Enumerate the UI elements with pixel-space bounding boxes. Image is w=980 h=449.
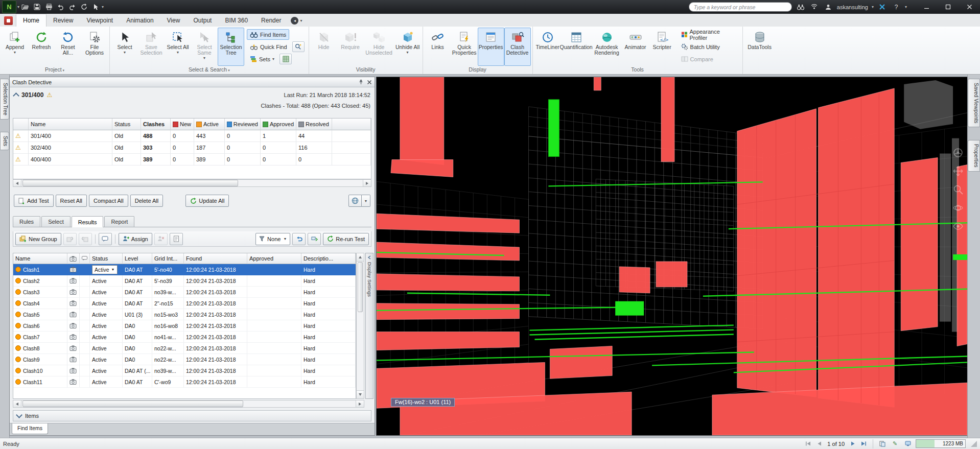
- column-header-name[interactable]: Name: [29, 119, 112, 130]
- add-comment-button[interactable]: [99, 233, 112, 245]
- result-row[interactable]: Clash11 Active DA0 AT C'-wo9 12:00:24 21…: [13, 376, 356, 388]
- result-row[interactable]: Clash2 Active DA0 AT 5'-no39 12:00:24 21…: [13, 275, 356, 287]
- links-button[interactable]: Links: [425, 28, 451, 66]
- quick-properties-button[interactable]: Quick Properties: [451, 28, 478, 66]
- scroll-down-icon[interactable]: [357, 390, 364, 398]
- datatools-button[interactable]: DataTools: [744, 28, 775, 66]
- steering-wheel-icon[interactable]: [953, 148, 963, 158]
- scroll-right-icon[interactable]: [356, 400, 364, 407]
- import-export-caret-icon[interactable]: ▼: [362, 195, 370, 207]
- result-row[interactable]: Clash4 Active DA0 AT 2''-no15 12:00:24 2…: [13, 298, 356, 309]
- column-header-name[interactable]: Name: [13, 253, 67, 264]
- tab-review[interactable]: Review: [46, 14, 80, 27]
- properties-button[interactable]: Properties: [478, 28, 504, 66]
- help-button[interactable]: ?: [891, 2, 901, 12]
- tab-animation[interactable]: Animation: [120, 14, 160, 27]
- add-test-button[interactable]: Add Test: [14, 195, 54, 207]
- unassign-button[interactable]: [154, 233, 168, 245]
- assign-button[interactable]: Assign: [119, 233, 152, 245]
- search-find-button[interactable]: [796, 2, 806, 12]
- result-row[interactable]: Clash3 Active DA0 AT no39-w... 12:00:24 …: [13, 287, 356, 298]
- column-header-approved[interactable]: Approved: [247, 253, 301, 264]
- sidebar-tab-properties[interactable]: Properties: [968, 140, 980, 172]
- update-all-button[interactable]: Update All: [185, 195, 229, 207]
- items-expander[interactable]: Items: [13, 410, 371, 421]
- ribbon-collapse-icon[interactable]: ◂: [291, 17, 298, 25]
- status-dropdown[interactable]: Active▼: [92, 265, 118, 274]
- resize-grip[interactable]: [971, 441, 977, 447]
- switchback-button[interactable]: [308, 233, 321, 245]
- panel-header[interactable]: Clash Detective: [10, 77, 375, 87]
- print-button[interactable]: [43, 2, 55, 12]
- scripter-button[interactable]: </> Scripter: [649, 28, 675, 66]
- results-hscrollbar[interactable]: [13, 400, 364, 408]
- tab-output[interactable]: Output: [186, 14, 218, 27]
- results-vscrollbar[interactable]: [356, 253, 364, 399]
- undo-results-button[interactable]: [292, 233, 306, 245]
- timeliner-button[interactable]: TimeLiner: [534, 28, 561, 66]
- result-row[interactable]: Clash5 Active U01 (3) no15-wo3 12:00:24 …: [13, 309, 356, 320]
- signed-in-user[interactable]: askansulting: [837, 4, 868, 10]
- compact-all-button[interactable]: Compact All: [89, 195, 128, 207]
- pin-icon[interactable]: [358, 79, 364, 85]
- result-row[interactable]: Clash7 Active DA0 no41-w... 12:00:24 21-…: [13, 332, 356, 343]
- column-header-clashes[interactable]: Clashes: [141, 119, 171, 130]
- tab-report[interactable]: Report: [104, 216, 134, 227]
- new-group-button[interactable]: New Group: [15, 233, 61, 245]
- redo-button[interactable]: [66, 2, 78, 12]
- user-menu-caret-icon[interactable]: ▾: [872, 5, 874, 9]
- qat-more-icon[interactable]: ▾: [102, 5, 104, 9]
- column-header-reviewed[interactable]: Reviewed: [225, 119, 261, 130]
- last-sheet-button[interactable]: [859, 439, 869, 448]
- display-settings-flyout[interactable]: Display Settings: [365, 253, 374, 399]
- column-header-status[interactable]: Status: [112, 119, 141, 130]
- refresh-button[interactable]: [78, 2, 90, 12]
- navigation-bar[interactable]: [953, 148, 963, 231]
- hide-unselected-button[interactable]: Hide Unselected: [364, 28, 394, 66]
- ribbon-options-caret-icon[interactable]: ▾: [300, 18, 302, 23]
- tab-select[interactable]: Select: [41, 216, 71, 227]
- result-row[interactable]: Clash6 Active DA0 no16-wo8 12:00:24 21-0…: [13, 320, 356, 332]
- quick-find-button[interactable]: Quick Find: [247, 41, 290, 52]
- find-items-button[interactable]: Find Items: [247, 29, 289, 40]
- tab-find-items[interactable]: Find Items: [12, 423, 48, 434]
- compare-button[interactable]: Compare: [678, 54, 738, 64]
- result-row[interactable]: Clash10 Active DA0 AT (... no39-w... 12:…: [13, 365, 356, 376]
- clash-detective-button[interactable]: Clash Detective: [504, 28, 531, 66]
- reset-all-tests-button[interactable]: Reset All: [56, 195, 87, 207]
- minimize-button[interactable]: [916, 0, 937, 14]
- orbit-icon[interactable]: [953, 203, 963, 213]
- panel-close-icon[interactable]: [367, 80, 372, 85]
- column-header-found[interactable]: Found: [184, 253, 247, 264]
- tab-render[interactable]: Render: [254, 14, 288, 27]
- pan-icon[interactable]: [953, 166, 963, 176]
- quantification-button[interactable]: Quantification: [561, 28, 592, 66]
- select-same-button[interactable]: Select Same▼: [191, 28, 218, 66]
- tab-view[interactable]: View: [160, 14, 187, 27]
- sets-button[interactable]: Sets ▾: [247, 54, 277, 64]
- open-button[interactable]: [19, 2, 31, 12]
- app-menu-icon[interactable]: [4, 16, 13, 25]
- a360-button[interactable]: [877, 2, 888, 12]
- filter-dropdown[interactable]: None ▼: [255, 233, 290, 245]
- column-header-comments[interactable]: [80, 253, 90, 264]
- sidebar-tab-saved-viewpoints[interactable]: Saved Viewpoints: [968, 79, 980, 127]
- sheet-browser-button[interactable]: [877, 439, 887, 448]
- previous-sheet-button[interactable]: [814, 439, 824, 448]
- import-export-button[interactable]: [348, 195, 362, 207]
- model-viewport[interactable]: Fw(16)-wo2 : U01 (11): [376, 77, 968, 436]
- unhide-all-button[interactable]: Unhide All▼: [394, 28, 421, 66]
- communication-center-button[interactable]: [809, 2, 820, 12]
- appearance-profiler-button[interactable]: Appearance Profiler: [678, 29, 738, 40]
- column-header-status[interactable]: Status: [90, 253, 123, 264]
- file-options-button[interactable]: File Options: [81, 28, 108, 66]
- tab-rules[interactable]: Rules: [13, 216, 40, 227]
- save-selection-button[interactable]: Save Selection: [138, 28, 165, 66]
- test-row[interactable]: ⚠ 400/400 Old 389 0 389 0 0 0: [13, 154, 371, 166]
- group-label-select-search[interactable]: Select & Search▾: [110, 66, 309, 74]
- group-label-project[interactable]: Project▾: [0, 66, 109, 74]
- zoom-icon[interactable]: [953, 184, 963, 195]
- test-row[interactable]: ⚠ 302/400 Old 303 0 187 0 0 116: [13, 142, 371, 154]
- animator-button[interactable]: Animator: [622, 28, 649, 66]
- look-around-icon[interactable]: [953, 221, 963, 231]
